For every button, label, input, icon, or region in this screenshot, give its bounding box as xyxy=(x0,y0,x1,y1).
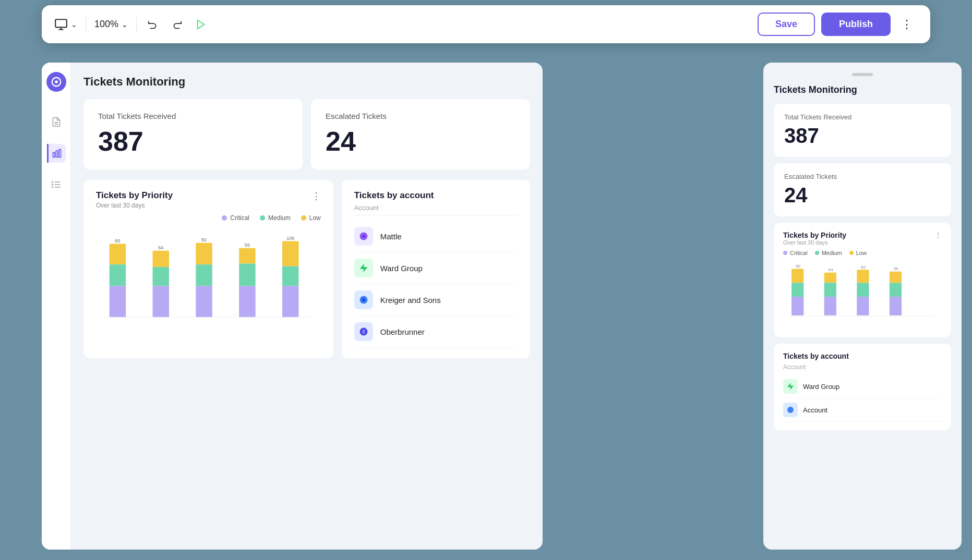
legend-low: Low xyxy=(301,214,321,222)
svg-point-14 xyxy=(52,187,53,188)
panel-wardgroup-avatar xyxy=(783,379,798,394)
svg-rect-20 xyxy=(153,251,169,267)
sidebar-item-list[interactable] xyxy=(47,175,66,194)
panel-critical-label: Critical xyxy=(790,250,808,256)
svg-marker-1 xyxy=(198,20,205,29)
stats-row: Total Tickets Received 387 Escalated Tic… xyxy=(83,99,530,169)
play-button[interactable] xyxy=(193,17,209,32)
priority-chart-menu-button[interactable]: ⋮ xyxy=(311,190,321,202)
kreiger-avatar xyxy=(354,290,373,309)
svg-rect-17 xyxy=(110,264,126,286)
svg-rect-49 xyxy=(857,270,869,283)
account-item-mattle[interactable]: Mattle xyxy=(354,221,518,252)
mattle-icon xyxy=(358,231,369,241)
toolbar-right: Save Publish ⋮ xyxy=(758,13,918,36)
panel-escalated-label: Escalated Tickets xyxy=(784,173,941,180)
svg-rect-30 xyxy=(239,286,255,318)
charts-row: Tickets by Priority Over last 30 days ⋮ … xyxy=(83,180,530,358)
divider-1 xyxy=(86,17,86,32)
svg-text:80: 80 xyxy=(115,238,120,244)
panel-account-item-wardgroup[interactable]: Ward Group xyxy=(783,375,942,398)
priority-chart-card: Tickets by Priority Over last 30 days ⋮ … xyxy=(83,180,333,358)
svg-rect-24 xyxy=(196,243,212,264)
total-tickets-label: Total Tickets Received xyxy=(98,112,288,120)
svg-text:56: 56 xyxy=(245,242,250,248)
sidebar-nav xyxy=(47,113,66,194)
zoom-chevron-icon: ⌄ xyxy=(122,20,128,29)
zoom-control[interactable]: 100% ⌄ xyxy=(94,19,128,30)
device-selector[interactable]: ⌄ xyxy=(54,18,77,31)
svg-point-12 xyxy=(52,181,53,182)
svg-rect-0 xyxy=(55,19,67,27)
oberbrunner-avatar xyxy=(354,322,373,341)
account-item-oberbrunner[interactable]: Oberbrunner xyxy=(354,316,518,348)
priority-chart-subtitle: Over last 30 days xyxy=(96,202,173,209)
svg-rect-7 xyxy=(56,151,57,157)
account-item-wardgroup[interactable]: Ward Group xyxy=(354,252,518,284)
document-icon xyxy=(51,117,62,127)
panel-escalated-tickets-card: Escalated Tickets 24 xyxy=(774,163,951,216)
wardgroup-avatar xyxy=(354,259,373,277)
accounts-chart-title: Tickets by account xyxy=(354,190,518,201)
low-label: Low xyxy=(309,214,321,222)
sidebar-item-documents[interactable] xyxy=(47,113,66,131)
panel-chart-menu-button[interactable]: ⋮ xyxy=(934,231,942,239)
svg-rect-28 xyxy=(239,248,255,264)
svg-rect-29 xyxy=(239,264,255,286)
panel-accounts-card: Tickets by account Account Ward Group Ac… xyxy=(774,344,951,430)
panel-wardgroup-name: Ward Group xyxy=(803,383,839,391)
list-icon xyxy=(51,179,62,190)
priority-legend: Critical Medium Low xyxy=(96,214,321,222)
escalated-tickets-card: Escalated Tickets 24 xyxy=(311,99,530,169)
panel-chart-subtitle: Over last 30 days xyxy=(783,239,846,246)
svg-rect-42 xyxy=(791,283,803,297)
total-tickets-card: Total Tickets Received 387 xyxy=(83,99,303,169)
svg-rect-21 xyxy=(153,267,169,286)
undo-icon xyxy=(147,19,159,30)
panel-title: Tickets Monitoring xyxy=(774,84,951,95)
panel-handle xyxy=(852,73,873,76)
svg-rect-46 xyxy=(824,283,836,297)
svg-rect-18 xyxy=(110,286,126,318)
medium-label: Medium xyxy=(268,214,291,222)
svg-rect-32 xyxy=(282,241,298,266)
critical-label: Critical xyxy=(230,214,249,222)
svg-text:64: 64 xyxy=(158,245,163,250)
account-item-kreiger[interactable]: Kreiger and Sons xyxy=(354,284,518,316)
svg-rect-25 xyxy=(196,264,212,286)
mattle-avatar xyxy=(354,227,373,246)
svg-text:80: 80 xyxy=(796,264,800,269)
oberbrunner-name: Oberbrunner xyxy=(380,327,425,336)
svg-text:105: 105 xyxy=(286,236,294,241)
accounts-column-header: Account xyxy=(354,204,518,215)
redo-button[interactable] xyxy=(169,17,185,32)
priority-bar-chart: 80 64 82 56 xyxy=(96,228,321,337)
svg-rect-47 xyxy=(824,297,836,315)
panel-accounts-title: Tickets by account xyxy=(783,352,942,360)
svg-text:64: 64 xyxy=(829,267,833,272)
save-button[interactable]: Save xyxy=(758,13,815,36)
panel-legend: Critical Medium Low xyxy=(783,250,942,256)
svg-text:82: 82 xyxy=(861,265,866,270)
sidebar-item-charts[interactable] xyxy=(47,144,66,163)
svg-rect-26 xyxy=(196,286,212,318)
svg-rect-41 xyxy=(791,269,803,283)
svg-rect-50 xyxy=(857,283,869,297)
toolbar: ⌄ 100% ⌄ Save Publish ⋮ xyxy=(42,5,930,43)
panel-account-item-account[interactable]: Account xyxy=(783,398,942,422)
publish-button[interactable]: Publish xyxy=(821,13,891,36)
panel-escalated-value: 24 xyxy=(784,184,941,207)
page-title: Tickets Monitoring xyxy=(83,75,530,89)
svg-point-3 xyxy=(55,80,58,83)
zoom-value: 100% xyxy=(94,19,118,30)
svg-rect-6 xyxy=(53,152,55,157)
panel-total-tickets-card: Total Tickets Received 387 xyxy=(774,104,951,157)
more-options-button[interactable]: ⋮ xyxy=(897,16,918,33)
panel-priority-chart-card: Tickets by Priority Over last 30 days ⋮ … xyxy=(774,223,951,337)
play-icon xyxy=(195,19,207,30)
svg-rect-54 xyxy=(890,283,902,297)
undo-button[interactable] xyxy=(145,17,161,32)
accounts-card: Tickets by account Account Mattle xyxy=(342,180,530,358)
logo xyxy=(46,72,66,92)
panel-accounts-col-header: Account xyxy=(783,363,942,371)
